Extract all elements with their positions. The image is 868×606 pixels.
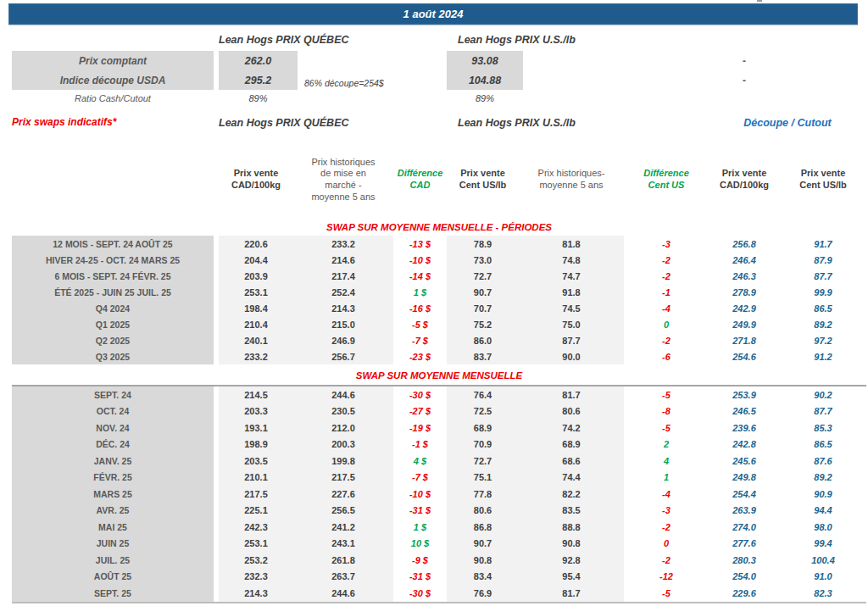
diff-us-cell: 1 <box>624 470 709 486</box>
cutout-us-cell: 94.4 <box>780 503 866 520</box>
diff-us-cell: -5 <box>624 420 709 436</box>
cutout-cad-cell: 278.9 <box>709 284 780 300</box>
cad-historical-cell: 244.6 <box>293 386 393 403</box>
us-historical-cell: 74.2 <box>519 420 624 436</box>
section-rows: SEPT. 24214.5244.6-30 $76.481.7-5253.990… <box>12 385 866 603</box>
cutout-cad-cell: 246.5 <box>709 403 780 420</box>
cad-price-cell: 203.3 <box>219 403 293 420</box>
us-price-cell: 70.9 <box>447 436 519 453</box>
swap-row: MAI 25242.3241.21 $86.888.8-2274.098.0 <box>12 519 866 536</box>
swap-row-label: AOÛT 25 <box>12 569 214 586</box>
cad-price-cell: 193.1 <box>219 420 293 436</box>
us-historical-cell: 95.4 <box>519 569 624 586</box>
cad-historical-cell: 212.0 <box>293 420 393 436</box>
us-price-cell: 68.9 <box>447 420 519 436</box>
swap-row: SEPT. 25214.3244.6-30 $76.981.7-5229.682… <box>12 585 866 602</box>
diff-us-cell: -4 <box>624 300 709 316</box>
column-headers-row: Prix vente CAD/100kgPrix historiques de … <box>12 144 866 215</box>
cad-price-cell: 210.1 <box>219 470 293 486</box>
us-historical-cell: 81.8 <box>519 236 624 252</box>
cad-price-cell: 203.5 <box>219 453 293 470</box>
column-header: Différence Cent US <box>624 168 709 192</box>
cad-price-cell: 210.4 <box>219 316 293 332</box>
us-price-cell: 90.7 <box>447 284 519 300</box>
cad-price-cell: 240.1 <box>219 332 293 348</box>
cutout-cad-cell: 254.6 <box>709 348 780 364</box>
price-report-page: 1 août 2024 Lean Hogs PRIX QUÉBEC Lean H… <box>0 0 868 606</box>
us-historical-cell: 88.8 <box>519 519 624 536</box>
cad-price-cell: 220.6 <box>219 236 293 252</box>
quebec-value: 89% <box>219 90 298 107</box>
us-price-cell: 78.9 <box>447 236 519 252</box>
diff-cad-cell: -10 $ <box>393 486 447 503</box>
swap-row: Q3 2025233.2256.7-23 $83.790.0-6254.691.… <box>12 348 866 364</box>
us-price-cell: 72.7 <box>447 453 519 470</box>
swap-row-label: 12 MOIS - SEPT. 24 AOÛT 25 <box>12 236 214 252</box>
us-historical-cell: 80.6 <box>519 403 624 420</box>
swap-row-label: MARS 25 <box>12 486 214 503</box>
swap-row-label: FÉVR. 25 <box>12 470 214 486</box>
cutout-us-cell: 87.7 <box>780 268 866 284</box>
cutout-us-cell: 89.2 <box>780 316 866 332</box>
swap-row: Q2 2025240.1246.9-7 $86.087.7-2271.897.2 <box>12 332 866 348</box>
diff-us-cell: -5 <box>624 585 709 602</box>
diff-us-cell: -8 <box>624 403 709 420</box>
diff-us-cell: -6 <box>624 348 709 364</box>
swap-row: NOV. 24193.1212.0-19 $68.974.2-5239.685.… <box>12 420 866 436</box>
diff-us-cell: 0 <box>624 536 709 553</box>
dash-value: - <box>709 75 780 86</box>
diff-us-cell: -1 <box>624 284 709 300</box>
cad-historical-cell: 246.9 <box>293 332 393 348</box>
us-price-cell: 73.0 <box>447 252 519 268</box>
date-header-bar: 1 août 2024 <box>8 3 858 25</box>
cutout-note <box>304 96 447 101</box>
diff-cad-cell: -31 $ <box>393 569 447 586</box>
swap-row-label: SEPT. 25 <box>12 585 214 602</box>
swap-row-label: SEPT. 24 <box>12 386 214 403</box>
cad-historical-cell: 243.1 <box>293 536 393 553</box>
cad-historical-cell: 230.5 <box>293 403 393 420</box>
column-header: Prix historiques- moyenne 5 ans <box>519 168 624 192</box>
cutout-cad-cell: 242.9 <box>709 300 780 316</box>
cutout-note <box>304 58 447 64</box>
cutout-us-cell: 91.2 <box>780 348 866 364</box>
cutout-us-cell: 90.2 <box>780 386 866 403</box>
cutout-us-cell: 98.0 <box>780 519 866 536</box>
diff-cad-cell: -5 $ <box>393 316 447 332</box>
diff-cad-cell: -9 $ <box>393 552 447 569</box>
cad-historical-cell: 241.2 <box>293 519 393 536</box>
diff-cad-cell: -13 $ <box>393 236 447 252</box>
us-price-cell: 90.8 <box>447 552 519 569</box>
swap-row: 12 MOIS - SEPT. 24 AOÛT 25220.6233.2-13 … <box>12 236 866 252</box>
cutout-cad-cell: 263.9 <box>709 503 780 520</box>
column-header: Prix vente Cent US/lb <box>447 168 519 192</box>
diff-cad-cell: -7 $ <box>393 332 447 348</box>
cad-price-cell: 204.4 <box>219 252 293 268</box>
us-historical-cell: 74.5 <box>519 300 624 316</box>
swap-row-label: Q3 2025 <box>12 348 214 364</box>
swap-row-label: ÉTÉ 2025 - JUIN 25 JUIL. 25 <box>12 284 214 300</box>
swap-row-label: JANV. 25 <box>12 453 214 470</box>
us-price-cell: 70.7 <box>447 300 519 316</box>
swap-row: Q4 2024198.4214.3-16 $70.774.5-4242.986.… <box>12 300 866 316</box>
swap-row: JANV. 25203.5199.84 $72.768.64245.687.6 <box>12 453 866 470</box>
diff-cad-cell: 4 $ <box>393 453 447 470</box>
us-price-cell: 72.5 <box>447 403 519 420</box>
us-value: 104.88 <box>447 70 523 90</box>
us-price-cell: 83.4 <box>447 569 519 586</box>
diff-us-cell: -2 <box>624 268 709 284</box>
us-price-cell: 76.9 <box>447 585 519 602</box>
swaps-quebec-header: Lean Hogs PRIX QUÉBEC <box>219 117 349 129</box>
swap-row-label: MAI 25 <box>12 519 214 536</box>
us-price-cell: 76.4 <box>447 386 519 403</box>
swap-row: OCT. 24203.3230.5-27 $72.580.6-8246.587.… <box>12 403 866 420</box>
cutout-us-cell: 89.2 <box>780 470 866 486</box>
cad-price-cell: 253.2 <box>219 552 293 569</box>
cad-historical-cell: 261.8 <box>293 552 393 569</box>
column-header: Prix vente Cent US/lb <box>780 168 866 192</box>
diff-us-cell: -2 <box>624 332 709 348</box>
us-historical-cell: 90.0 <box>519 348 624 364</box>
cutout-us-cell: 86.5 <box>780 436 866 453</box>
swaps-indicative-title: Prix swaps indicatifs* <box>12 116 116 128</box>
diff-cad-cell: 10 $ <box>393 536 447 553</box>
